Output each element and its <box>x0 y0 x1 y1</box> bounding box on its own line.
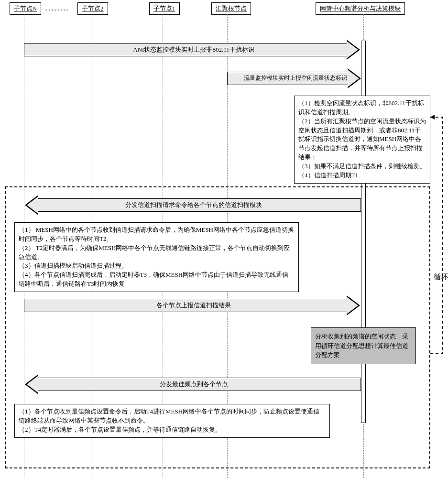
note-detect: （1）检测空闲流量状态标识，非802.11干扰标识和信道扫描周期。 （2）当所有… <box>294 96 430 184</box>
arrow-scan-request: 分发信道扫描请求命令给各个节点的信道扫描模块 <box>24 198 363 213</box>
arrow-traffic-report: 流量监控模块实时上报空闲流量状态标识 <box>227 72 363 86</box>
dots: ........ <box>45 5 69 12</box>
participant-center: 网管中心频谱分析与决策模块 <box>316 2 405 15</box>
svg-marker-0 <box>430 115 435 120</box>
arrow-ani-label: ANI状态监控模块实时上报非802.11干扰标识 <box>24 45 363 54</box>
arrow-best-freq-label: 分发最佳频点到各个节点 <box>24 380 363 389</box>
participant-root: 汇聚根节点 <box>211 2 251 15</box>
arrow-best-freq: 分发最佳频点到各个节点 <box>24 378 363 392</box>
note-scan-process: （1） MESH网络中的各个节点收到信道扫描请求命令后，为确保MESH网络中各个… <box>14 222 299 292</box>
arrow-scan-request-label: 分发信道扫描请求命令给各个节点的信道扫描模块 <box>24 201 363 209</box>
participant-node-n: 子节点N <box>10 2 41 15</box>
loop-return-line <box>428 115 447 358</box>
participant-node-2: 子节点2 <box>77 2 108 15</box>
arrow-scan-results: 各个节点上报信道扫描结果 <box>24 299 363 313</box>
note-analyze: 分析收集到的频谱的空闲状态，采用循环信道分配思想计算最佳信道分配方案 <box>311 327 416 364</box>
arrow-traffic-label: 流量监控模块实时上报空闲流量状态标识 <box>227 74 363 82</box>
participant-node-1: 子节点1 <box>149 2 180 15</box>
arrow-scan-results-label: 各个节点上报信道扫描结果 <box>24 301 363 310</box>
arrow-ani-report: ANI状态监控模块实时上报非802.11干扰标识 <box>24 43 363 57</box>
note-set-freq: （1）各个节点收到最佳频点设置命令后，启动T4进行MESH网络中各个节点的时间同… <box>14 404 330 438</box>
